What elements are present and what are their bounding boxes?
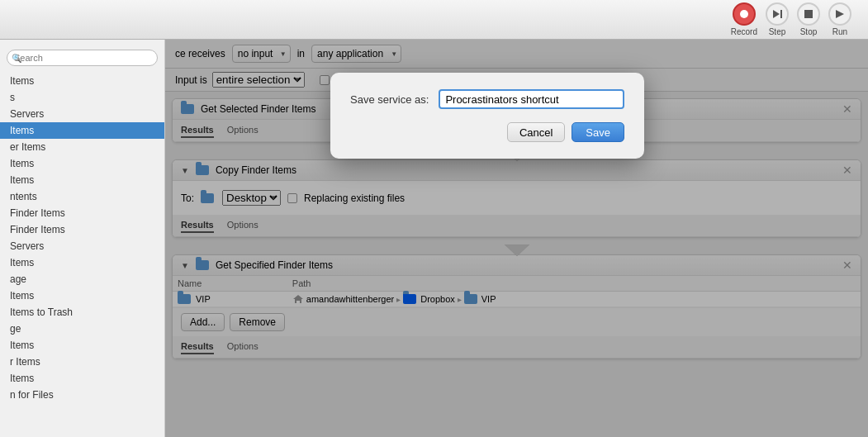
record-button[interactable]: Record (731, 2, 757, 36)
record-label: Record (731, 27, 757, 36)
dialog-overlay: Save service as: Cancel Save (165, 40, 868, 437)
svg-rect-1 (780, 10, 782, 18)
step-button[interactable]: Step (766, 2, 789, 36)
sidebar: 🔍 Items s Servers Items er Items Items I… (0, 40, 165, 437)
sidebar-item-1[interactable]: s (0, 89, 164, 106)
save-service-dialog: Save service as: Cancel Save (330, 73, 644, 159)
sidebar-search-container: 🔍 (0, 46, 164, 69)
toolbar: Record Step Stop Run (0, 0, 868, 40)
search-icon: 🔍 (12, 54, 21, 63)
dialog-buttons: Cancel Save (350, 122, 624, 142)
sidebar-item-8[interactable]: Finder Items (0, 205, 164, 221)
stop-button[interactable]: Stop (797, 2, 820, 36)
sidebar-item-13[interactable]: Items (0, 287, 164, 304)
sidebar-item-18[interactable]: Items (0, 370, 164, 387)
service-name-input[interactable] (439, 89, 624, 109)
stop-icon (797, 2, 820, 26)
sidebar-item-9[interactable]: Finder Items (0, 221, 164, 238)
sidebar-item-7[interactable]: ntents (0, 188, 164, 205)
dialog-label-row: Save service as: (350, 89, 624, 109)
stop-label: Stop (800, 27, 818, 36)
sidebar-item-10[interactable]: Servers (0, 238, 164, 254)
content-area: ce receives no input in any application … (165, 40, 868, 437)
record-icon (733, 2, 756, 26)
sidebar-item-5[interactable]: Items (0, 155, 164, 172)
save-button[interactable]: Save (572, 122, 624, 142)
sidebar-search-input[interactable] (7, 50, 158, 66)
sidebar-item-0[interactable]: Items (0, 73, 164, 89)
step-icon (766, 2, 789, 26)
sidebar-item-19[interactable]: n for Files (0, 387, 164, 403)
step-label: Step (769, 27, 786, 36)
run-label: Run (832, 27, 847, 36)
sidebar-item-11[interactable]: Items (0, 254, 164, 271)
svg-marker-2 (836, 10, 844, 18)
sidebar-item-3[interactable]: Items (0, 122, 164, 139)
cancel-button[interactable]: Cancel (507, 122, 565, 142)
sidebar-item-16[interactable]: Items (0, 337, 164, 354)
sidebar-item-6[interactable]: Items (0, 172, 164, 188)
sidebar-item-17[interactable]: r Items (0, 354, 164, 370)
main-container: 🔍 Items s Servers Items er Items Items I… (0, 40, 868, 437)
run-icon (828, 2, 851, 26)
svg-marker-0 (773, 10, 780, 18)
run-button[interactable]: Run (828, 2, 851, 36)
sidebar-item-12[interactable]: age (0, 271, 164, 287)
sidebar-item-15[interactable]: ge (0, 321, 164, 337)
sidebar-item-4[interactable]: er Items (0, 139, 164, 155)
sidebar-item-14[interactable]: Items to Trash (0, 304, 164, 321)
sidebar-item-2[interactable]: Servers (0, 106, 164, 122)
dialog-label: Save service as: (350, 93, 429, 106)
